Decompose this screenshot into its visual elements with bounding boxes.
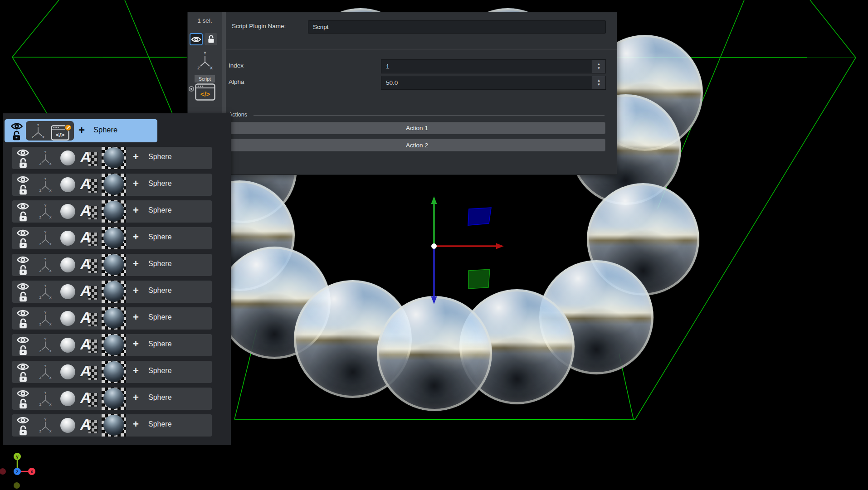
down-arrow-icon[interactable]: ▼ xyxy=(597,83,601,87)
plus-icon: + xyxy=(133,418,139,430)
font-material-icon: A xyxy=(80,282,98,301)
object-row[interactable]: Y Z X A + Sphere xyxy=(12,388,212,410)
axis-icon: Y Z X xyxy=(38,150,53,166)
svg-text:Y: Y xyxy=(44,338,47,341)
unlock-icon[interactable] xyxy=(18,238,28,249)
unlock-icon[interactable] xyxy=(18,398,28,409)
sphere-preview-icon xyxy=(103,147,124,168)
actions-legend: Actions xyxy=(229,112,247,118)
eye-icon[interactable] xyxy=(11,122,23,131)
section-divider xyxy=(226,49,617,50)
unlock-icon[interactable] xyxy=(18,291,28,302)
material-ball-icon xyxy=(60,284,75,299)
lock-toggle-button[interactable] xyxy=(205,33,217,45)
material-ball-icon xyxy=(60,257,75,272)
unlock-icon[interactable] xyxy=(18,184,28,195)
object-row[interactable]: Y Z X A + Sphere xyxy=(12,227,212,249)
unlock-icon[interactable] xyxy=(18,425,28,436)
plus-icon: + xyxy=(133,392,139,403)
unlock-icon[interactable] xyxy=(18,158,28,169)
svg-text:X: X xyxy=(49,189,52,193)
up-arrow-icon[interactable]: ▲ xyxy=(597,63,601,66)
eye-icon[interactable] xyxy=(17,335,29,344)
eye-icon[interactable] xyxy=(17,148,29,157)
eye-icon[interactable] xyxy=(17,228,29,238)
svg-text:Z: Z xyxy=(39,430,42,433)
object-label: Sphere xyxy=(148,340,172,348)
eye-icon[interactable] xyxy=(17,282,29,291)
unlock-icon[interactable] xyxy=(18,318,28,329)
material-ball-icon xyxy=(60,231,75,246)
svg-text:X: X xyxy=(49,243,52,246)
sphere-preview-icon xyxy=(103,281,124,302)
axis-icon: Y Z X xyxy=(38,177,53,193)
z-axis-arrowhead[interactable] xyxy=(431,296,437,304)
alpha-stepper[interactable]: ▲▼ xyxy=(592,76,605,89)
svg-text:X: X xyxy=(49,376,52,380)
axis-icon: Y Z X xyxy=(38,230,53,246)
object-row[interactable]: Y Z X A + Sphere xyxy=(12,334,212,356)
unlock-icon[interactable] xyxy=(18,265,28,276)
font-material-icon: A xyxy=(80,256,98,275)
eye-icon[interactable] xyxy=(17,416,29,425)
eye-icon[interactable] xyxy=(17,309,29,318)
xy-plane-handle[interactable] xyxy=(468,208,491,225)
eye-icon[interactable] xyxy=(17,362,29,371)
material-ball-icon xyxy=(60,204,75,219)
eye-icon[interactable] xyxy=(17,202,29,211)
x-axis-arrowhead[interactable] xyxy=(496,243,504,249)
sphere-preview-icon xyxy=(103,388,124,409)
object-label: Sphere xyxy=(148,260,172,268)
plus-icon: + xyxy=(133,365,139,377)
alpha-field[interactable]: 50.0 ▲▼ xyxy=(381,76,606,90)
plugin-name-input[interactable]: Script xyxy=(308,20,606,34)
object-row-selected[interactable]: Y Z X </> + Sphere xyxy=(5,119,157,142)
plus-icon: + xyxy=(133,178,139,189)
unlock-icon[interactable] xyxy=(18,372,28,383)
unlock-icon[interactable] xyxy=(18,345,28,356)
object-row[interactable]: Y Z X A + Sphere xyxy=(12,361,212,383)
unlock-icon[interactable] xyxy=(12,131,21,141)
eye-icon[interactable] xyxy=(17,175,29,184)
gizmo-origin-dot[interactable] xyxy=(431,243,437,249)
svg-text:X: X xyxy=(49,269,52,273)
svg-text:X: X xyxy=(49,430,52,433)
material-ball-icon xyxy=(60,177,75,192)
visibility-toggle-button[interactable] xyxy=(190,33,203,45)
axis-mode-icon[interactable]: Y Z X xyxy=(196,50,214,70)
y-axis-arrowhead[interactable] xyxy=(431,196,437,204)
font-material-icon: A xyxy=(80,202,98,221)
action-1-button[interactable]: Action 1 xyxy=(229,122,605,134)
plugin-name-label: Script Plugin Name: xyxy=(232,23,286,29)
unlock-icon xyxy=(207,35,215,44)
object-label: Sphere xyxy=(148,233,172,241)
svg-text:X: X xyxy=(49,403,52,407)
object-row[interactable]: Y Z X A + Sphere xyxy=(12,281,212,303)
svg-text:Z: Z xyxy=(39,269,42,273)
eye-icon[interactable] xyxy=(17,389,29,398)
object-label: Sphere xyxy=(148,286,172,295)
sphere-preview-icon xyxy=(103,254,124,275)
eye-icon[interactable] xyxy=(17,255,29,264)
action-2-button[interactable]: Action 2 xyxy=(229,139,605,151)
object-row[interactable]: Y Z X A + Sphere xyxy=(12,200,212,223)
axis-hud-node[interactable] xyxy=(0,468,6,475)
object-row[interactable]: Y Z X A + Sphere xyxy=(12,254,212,276)
object-row[interactable]: Y Z X A + Sphere xyxy=(12,174,212,196)
object-row[interactable]: Y Z X A + Sphere xyxy=(12,414,212,437)
up-arrow-icon[interactable]: ▲ xyxy=(597,79,601,82)
enabled-radio-icon[interactable] xyxy=(188,86,195,92)
index-field[interactable]: 1 ▲▼ xyxy=(381,59,606,73)
down-arrow-icon[interactable]: ▼ xyxy=(597,67,601,70)
object-row[interactable]: Y Z X A + Sphere xyxy=(12,147,212,169)
svg-text:Y: Y xyxy=(44,204,47,208)
svg-text:Z: Z xyxy=(39,162,42,166)
script-plugin-icon[interactable]: </> xyxy=(195,83,215,101)
axis-hud-node[interactable] xyxy=(14,482,20,489)
index-stepper[interactable]: ▲▼ xyxy=(592,60,605,73)
unlock-icon[interactable] xyxy=(18,211,28,222)
object-row[interactable]: Y Z X A + Sphere xyxy=(12,307,212,330)
xz-plane-handle[interactable] xyxy=(468,269,490,289)
font-material-icon: A xyxy=(80,149,98,168)
svg-text:Z: Z xyxy=(39,376,42,380)
